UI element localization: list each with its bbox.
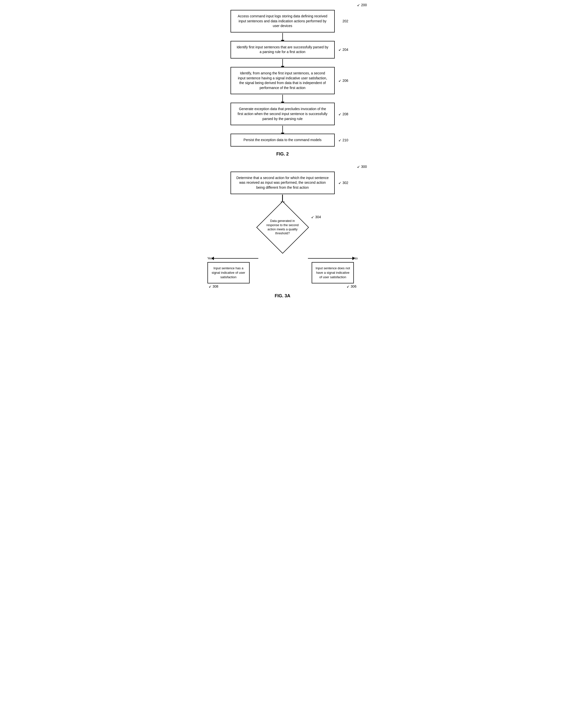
- step-302-box: Determine that a second action for which…: [230, 172, 335, 194]
- fig3a-label: FIG. 3A: [275, 293, 290, 299]
- flowchart-fig3a: ↙ 300 Determine that a second action for…: [186, 172, 380, 288]
- step-210-box: Persist the exception data to the comman…: [230, 134, 335, 147]
- left-branch: Yes Input sentence has a signal indicati…: [207, 252, 258, 289]
- ref-208: ↙ 208: [339, 112, 348, 116]
- step-202-box: Access command input logs storing data d…: [230, 10, 335, 32]
- box-308: Input sentence has a signal indicative o…: [207, 262, 249, 284]
- fig2-label: FIG. 2: [276, 152, 289, 157]
- right-arrow-row: No: [308, 255, 358, 262]
- branches-row: Yes Input sentence has a signal indicati…: [196, 252, 370, 289]
- ref-302: ↙ 302: [339, 181, 348, 185]
- right-arrow-line: [308, 258, 353, 259]
- step-204-wrapper: Identify first input sentences that are …: [230, 41, 335, 59]
- step-202-wrapper: ↙ 200 Access command input logs storing …: [230, 10, 335, 32]
- figure-3a-container: ↙ 300 Determine that a second action for…: [186, 172, 380, 299]
- ref-202: 202: [343, 19, 348, 23]
- right-arrowhead: [352, 257, 355, 260]
- diamond-304-container: Data generated in response to the second…: [258, 203, 308, 252]
- step-302-wrapper: ↙ 300 Determine that a second action for…: [230, 172, 335, 194]
- step-208-wrapper: Generate exception data that precludes i…: [230, 103, 335, 125]
- ref-306: ↙ 306: [347, 284, 356, 288]
- ref-200: ↙ 200: [357, 3, 367, 7]
- box-306: Input sentence does not have a signal in…: [312, 262, 354, 284]
- right-branch: No Input sentence does not have a signal…: [308, 252, 358, 289]
- ref-206: ↙ 206: [339, 79, 348, 83]
- flowchart-fig2: ↙ 200 Access command input logs storing …: [186, 10, 380, 147]
- step-206-wrapper: Identify, from among the first input sen…: [230, 67, 335, 94]
- step-210-wrapper: Persist the exception data to the comman…: [230, 134, 335, 147]
- ref-210: ↙ 210: [339, 138, 348, 142]
- arrow-3: [282, 95, 283, 102]
- left-arrow-line: [214, 258, 258, 259]
- step-208-box: Generate exception data that precludes i…: [230, 103, 335, 125]
- arrow-4: [282, 126, 283, 133]
- left-arrowhead: [211, 257, 214, 260]
- step-206-box: Identify, from among the first input sen…: [230, 67, 335, 94]
- figure-2-container: ↙ 200 Access command input logs storing …: [186, 10, 380, 157]
- arrow-2: [282, 59, 283, 66]
- arrow-1: [282, 33, 283, 40]
- ref-204: ↙ 204: [339, 48, 348, 52]
- ref-300: ↙ 300: [357, 165, 367, 169]
- diamond-304-text: Data generated in response to the second…: [266, 219, 299, 236]
- step-204-box: Identify first input sentences that are …: [230, 41, 335, 59]
- ref-308: ↙ 308: [209, 284, 218, 288]
- ref-304: ↙ 304: [311, 215, 321, 219]
- left-arrow-row: Yes: [207, 255, 258, 262]
